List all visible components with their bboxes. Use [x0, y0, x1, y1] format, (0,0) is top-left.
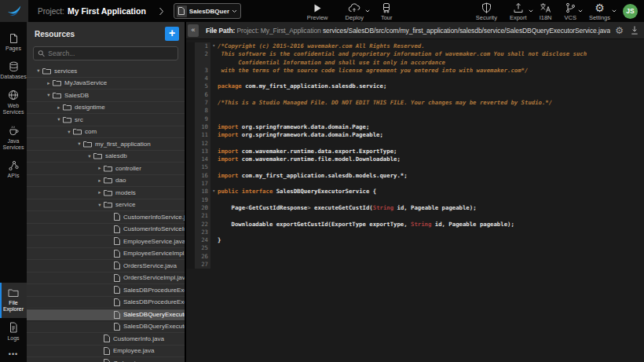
tree-item[interactable]: EmployeeServiceImpl.java — [27, 248, 185, 261]
caret-down-icon[interactable]: ▾ — [86, 153, 93, 159]
tree-item[interactable]: ▸controller — [27, 163, 185, 175]
tree-item[interactable]: ▾salesdb — [27, 151, 185, 163]
code-line[interactable]: 13import com.wavemaker.runtime.data.expo… — [186, 148, 644, 155]
caret-right-icon[interactable]: ▸ — [96, 165, 104, 171]
search-input[interactable] — [48, 49, 174, 57]
tree-item[interactable]: Orders.java — [27, 357, 185, 362]
caret-down-icon[interactable]: ▾ — [55, 116, 63, 122]
tree-item[interactable]: SalesDBProcedureExecutorServiceImpl.java — [27, 297, 185, 309]
code-line[interactable]: 22 Downloadable exportGetCustId(ExportTy… — [186, 221, 644, 229]
tree-item[interactable]: ▾service — [27, 199, 185, 212]
code-line[interactable]: 16import com.my_first_application.salesd… — [186, 172, 644, 180]
code-line[interactable]: 7/*This is a Studio Managed File. DO NOT… — [186, 99, 644, 107]
code-line[interactable]: 10import org.springframework.data.domain… — [186, 123, 644, 131]
export-button[interactable]: Export — [510, 2, 527, 21]
tree-item[interactable]: ▾my_first_application — [27, 138, 185, 151]
tree-item[interactable]: CustomerInfoService.java — [27, 211, 185, 224]
code-line[interactable]: 14import com.wavemaker.runtime.file.mode… — [186, 155, 644, 163]
code-line[interactable]: 1▾/*Copyright (c) 2015-2016 wavemaker.co… — [186, 42, 644, 50]
code-line[interactable]: 27 — [186, 261, 644, 269]
resources-search[interactable] — [33, 46, 178, 60]
code-line[interactable]: 18▾public interface SalesDBQueryExecutor… — [186, 188, 644, 196]
code-line[interactable]: 25 — [186, 244, 644, 252]
caret-right-icon[interactable]: ▸ — [96, 189, 104, 196]
collapse-panel-button[interactable]: « — [188, 24, 199, 37]
preview-button[interactable]: Preview — [307, 2, 328, 21]
tree-item[interactable]: OrdersServiceImpl.java — [27, 272, 185, 285]
sidebar-item-databases[interactable]: Databases — [0, 57, 27, 85]
fold-marker-icon[interactable]: ▾ — [212, 42, 215, 49]
code-line[interactable]: 9 — [186, 115, 644, 123]
caret-down-icon[interactable]: ▾ — [45, 92, 53, 98]
code-line[interactable]: 19 — [186, 196, 644, 204]
tree-item[interactable]: CustomerInfoServiceImpl.java — [27, 224, 185, 236]
code-line[interactable]: 3 with the terms of the source code lice… — [186, 67, 644, 75]
tree-item[interactable]: ▸MyJavaService — [27, 78, 185, 90]
code-line[interactable]: 2 This software is the confidential and … — [186, 50, 644, 58]
user-avatar[interactable]: JS — [623, 4, 638, 19]
tree-item[interactable]: ▾src — [27, 114, 185, 126]
more-options-button[interactable]: ••• — [0, 346, 27, 362]
code-line[interactable]: 12 — [186, 140, 644, 148]
code-line[interactable]: 8 — [186, 107, 644, 115]
tree-item[interactable]: SalesDBQueryExecutorServiceImpl.java — [27, 321, 185, 334]
file-icon — [114, 323, 120, 331]
download-icon[interactable] — [630, 25, 639, 35]
open-file-selector[interactable]: SalesDBQueryExec... — [174, 3, 241, 19]
security-button[interactable]: Security — [476, 2, 497, 21]
code-line[interactable]: 11import org.springframework.data.domain… — [186, 131, 644, 139]
code-line[interactable]: Confidential Information and shall use i… — [186, 59, 644, 67]
add-resource-button[interactable]: + — [165, 27, 179, 41]
sidebar-item-pages[interactable]: Pages — [0, 28, 27, 57]
tree-item[interactable]: OrdersService.java — [27, 260, 185, 272]
deploy-button[interactable]: Deploy — [346, 2, 364, 21]
tree-item[interactable]: CustomerInfo.java — [27, 333, 185, 346]
sidebar-item-logs[interactable]: Logs — [0, 318, 27, 346]
wavemaker-logo[interactable] — [0, 0, 28, 22]
fold-marker-icon[interactable]: ▾ — [212, 187, 215, 195]
code-line[interactable]: 17 — [186, 180, 644, 188]
tree-item[interactable]: EmployeeService.java — [27, 236, 185, 248]
caret-right-icon[interactable]: ▸ — [55, 104, 63, 111]
chevron-down-icon — [612, 7, 617, 14]
gear-icon[interactable]: ⚙ — [615, 25, 624, 36]
code-line[interactable]: 20 Page<GetCustIdResponse> executeGetCus… — [186, 204, 644, 212]
settings-button[interactable]: ⚙ Settings — [589, 2, 610, 21]
tree-item[interactable]: ▸designtime — [27, 102, 185, 115]
tree-item[interactable]: ▸dao — [27, 175, 185, 188]
caret-down-icon[interactable]: ▾ — [65, 129, 73, 135]
code-line[interactable]: 23 — [186, 229, 644, 236]
sidebar-item-web-services[interactable]: Web Services — [0, 86, 27, 121]
chevron-down-icon — [578, 7, 583, 14]
code-text — [210, 115, 644, 123]
tree-item[interactable]: Employee.java — [27, 346, 185, 358]
tour-button[interactable]: Tour — [381, 2, 393, 21]
tree-item[interactable]: ▾com — [27, 126, 185, 139]
code-line[interactable]: 5package com.my_first_application.salesd… — [186, 82, 644, 90]
code-editor[interactable]: 1▾/*Copyright (c) 2015-2016 wavemaker.co… — [186, 39, 644, 362]
code-line[interactable]: 4 — [186, 75, 644, 82]
caret-down-icon[interactable]: ▾ — [75, 141, 83, 147]
caret-down-icon[interactable]: ▾ — [96, 202, 104, 208]
line-number: 22 — [195, 221, 210, 229]
tree-item[interactable]: ▾services — [27, 65, 185, 78]
sidebar-item-apis[interactable]: APIs — [0, 155, 27, 184]
caret-down-icon[interactable]: ▾ — [35, 68, 42, 74]
tree-item[interactable]: SalesDBProcedureExecutorService.java — [27, 284, 185, 297]
i18n-button[interactable]: I18N — [540, 2, 552, 21]
sidebar-item-java-services[interactable]: Java Services — [0, 121, 27, 156]
code-line[interactable]: 26 — [186, 253, 644, 261]
code-line[interactable]: 24} — [186, 236, 644, 244]
caret-right-icon[interactable]: ▸ — [96, 177, 104, 184]
tree-item-label: service — [115, 201, 135, 208]
gutter-strip — [186, 229, 195, 236]
tree-item[interactable]: SalesDBQueryExecutorService.java — [27, 309, 185, 321]
code-line[interactable]: 21 — [186, 212, 644, 220]
code-line[interactable]: 15 — [186, 163, 644, 171]
sidebar-item-file-explorer[interactable]: File Explorer — [0, 283, 27, 318]
vcs-button[interactable]: VCS — [564, 2, 576, 21]
code-line[interactable]: 6 — [186, 91, 644, 99]
tree-item[interactable]: ▾SalesDB — [27, 90, 185, 102]
caret-right-icon[interactable]: ▸ — [45, 80, 53, 86]
tree-item[interactable]: ▸models — [27, 187, 185, 199]
